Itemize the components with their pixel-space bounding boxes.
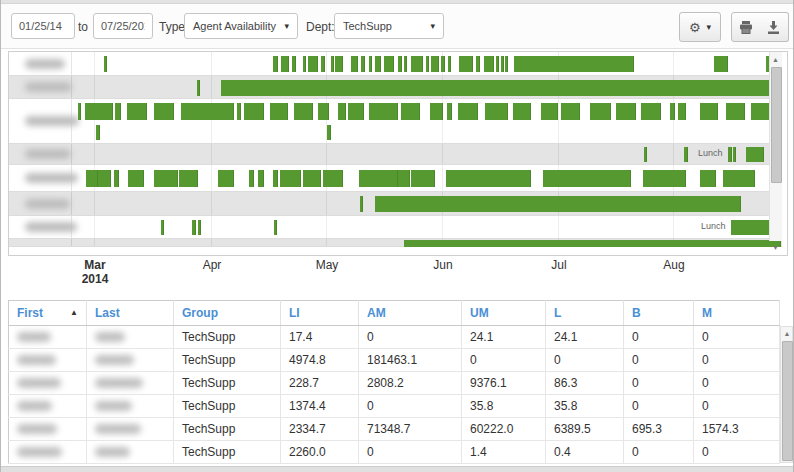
column-header-last[interactable]: Last [87, 301, 174, 326]
scroll-down-arrow-icon[interactable]: ▼ [769, 241, 782, 254]
availability-bar[interactable] [318, 103, 329, 120]
availability-bar[interactable] [360, 196, 363, 212]
table-row[interactable]: TechSupp1374.4035.835.800 [9, 395, 780, 418]
availability-bar[interactable] [348, 103, 364, 120]
table-row[interactable]: TechSupp228.72808.29376.186.300 [9, 372, 780, 395]
column-header-b[interactable]: B [624, 301, 694, 326]
availability-bar[interactable] [161, 220, 164, 235]
column-header-l[interactable]: L [546, 301, 624, 326]
scrollbar-thumb[interactable] [771, 67, 782, 183]
export-download-button[interactable] [759, 12, 789, 42]
availability-bar[interactable] [513, 103, 531, 120]
availability-bar[interactable] [728, 147, 732, 162]
availability-bar[interactable] [127, 103, 147, 120]
availability-bar[interactable] [244, 103, 264, 120]
availability-bar[interactable] [670, 103, 675, 120]
availability-bar[interactable] [104, 56, 107, 72]
table-row[interactable]: TechSupp2260.001.40.400 [9, 441, 780, 464]
availability-bar[interactable] [404, 56, 407, 72]
availability-bar[interactable] [85, 103, 113, 120]
availability-bar[interactable] [501, 56, 504, 72]
availability-bar[interactable] [731, 220, 771, 235]
availability-bar[interactable] [249, 170, 254, 187]
table-row[interactable]: TechSupp4974.8181463.10000 [9, 349, 780, 372]
availability-bar[interactable] [426, 56, 429, 72]
availability-bar[interactable] [375, 196, 741, 212]
availability-bar[interactable] [273, 56, 278, 72]
availability-bar[interactable] [543, 170, 631, 187]
availability-bar[interactable] [430, 103, 443, 120]
date-to-input[interactable] [93, 13, 153, 39]
table-scrollbar[interactable]: ▲ [780, 326, 793, 463]
availability-bar[interactable] [237, 103, 241, 120]
availability-bar[interactable] [280, 170, 301, 187]
scroll-up-arrow-icon[interactable]: ▲ [769, 53, 782, 66]
availability-bar[interactable] [274, 220, 277, 235]
settings-button[interactable]: ⚙ ▾ [679, 12, 721, 42]
availability-bar[interactable] [641, 103, 661, 120]
availability-bar[interactable] [154, 170, 178, 187]
availability-bar[interactable] [644, 147, 647, 162]
availability-bar[interactable] [476, 56, 480, 72]
availability-bar[interactable] [441, 56, 445, 72]
availability-bar[interactable] [281, 56, 289, 72]
gantt-scrollbar[interactable]: ▲ ▼ [769, 52, 782, 255]
availability-bar[interactable] [218, 170, 234, 187]
column-header-first[interactable]: First▲ [9, 301, 87, 326]
availability-bar[interactable] [541, 103, 558, 120]
scroll-up-arrow-icon[interactable]: ▲ [781, 328, 793, 340]
availability-bar[interactable] [221, 80, 770, 96]
availability-bar[interactable] [98, 170, 111, 187]
availability-bar[interactable] [359, 170, 398, 187]
availability-bar[interactable] [484, 56, 494, 72]
availability-bar[interactable] [746, 147, 764, 162]
availability-bar[interactable] [723, 170, 755, 187]
availability-bar[interactable] [431, 56, 439, 72]
availability-bar[interactable] [458, 103, 478, 120]
scrollbar-thumb[interactable] [782, 341, 793, 461]
availability-bar[interactable] [514, 56, 634, 72]
availability-bar[interactable] [733, 147, 736, 162]
availability-bar[interactable] [561, 103, 580, 120]
availability-bar[interactable] [447, 103, 452, 120]
availability-bar[interactable] [448, 56, 451, 72]
availability-bar[interactable] [446, 170, 531, 187]
availability-bar[interactable] [294, 103, 313, 120]
availability-bar[interactable] [496, 56, 499, 72]
availability-bar[interactable] [128, 170, 144, 187]
availability-bar[interactable] [96, 125, 100, 140]
availability-bar[interactable] [270, 103, 288, 120]
dept-select[interactable]: TechSupp ▾ [334, 13, 444, 39]
availability-bar[interactable] [643, 170, 686, 187]
availability-bar[interactable] [369, 103, 398, 120]
availability-bar[interactable] [726, 103, 745, 120]
availability-bar[interactable] [398, 170, 410, 187]
availability-bar[interactable] [338, 103, 346, 120]
type-select[interactable]: Agent Availability ▾ [184, 13, 298, 39]
availability-bar[interactable] [321, 56, 325, 72]
print-button[interactable] [731, 12, 760, 42]
availability-bar[interactable] [684, 147, 688, 162]
availability-bar[interactable] [198, 220, 201, 235]
availability-bar[interactable] [114, 170, 119, 187]
availability-bar[interactable] [700, 103, 718, 120]
availability-bar[interactable] [404, 240, 781, 247]
table-row[interactable]: TechSupp2334.771348.760222.06389.5695.31… [9, 418, 780, 441]
availability-bar[interactable] [751, 103, 771, 120]
availability-bar[interactable] [361, 56, 365, 72]
availability-bar[interactable] [411, 170, 435, 187]
availability-bar[interactable] [411, 56, 423, 72]
availability-bar[interactable] [331, 56, 334, 72]
availability-bar[interactable] [258, 170, 264, 187]
column-header-am[interactable]: AM [359, 301, 462, 326]
availability-bar[interactable] [86, 170, 98, 187]
availability-bar[interactable] [115, 103, 121, 120]
availability-bar[interactable] [369, 56, 372, 72]
availability-bar[interactable] [181, 103, 234, 120]
availability-bar[interactable] [327, 125, 331, 140]
availability-bar[interactable] [273, 170, 278, 187]
column-header-m[interactable]: M [694, 301, 780, 326]
availability-bar[interactable] [351, 56, 358, 72]
availability-bar[interactable] [616, 103, 636, 120]
availability-bar[interactable] [78, 103, 81, 120]
